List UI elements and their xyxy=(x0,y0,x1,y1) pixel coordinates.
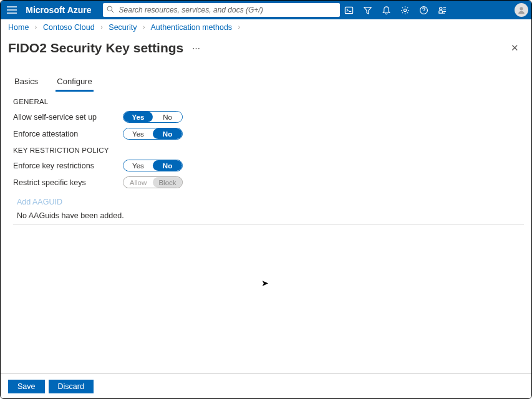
more-actions-icon[interactable]: ⋯ xyxy=(192,44,201,53)
title-bar: FIDO2 Security Key settings ⋯ ✕ xyxy=(1,37,531,58)
toggle-attestation-no[interactable]: No xyxy=(153,128,182,139)
toggle-enforcekeys-no[interactable]: No xyxy=(153,160,182,171)
no-aaguid-message: No AAGuids have been added. xyxy=(17,211,524,220)
breadcrumb-home[interactable]: Home xyxy=(8,23,29,32)
toggle-attestation-yes[interactable]: Yes xyxy=(123,128,153,139)
label-selfservice: Allow self-service set up xyxy=(13,113,123,122)
chevron-right-icon: › xyxy=(139,23,149,31)
search-input[interactable] xyxy=(118,5,336,15)
row-selfservice: Allow self-service set up Yes No xyxy=(13,109,524,125)
breadcrumb-security[interactable]: Security xyxy=(109,23,137,32)
cloud-shell-icon[interactable] xyxy=(340,1,359,19)
label-restrictkeys: Restrict specific keys xyxy=(13,178,123,187)
svg-point-6 xyxy=(520,7,523,10)
section-restriction: KEY RESTRICTION POLICY xyxy=(13,147,524,154)
toggle-selfservice[interactable]: Yes No xyxy=(123,111,183,123)
page-title: FIDO2 Security Key settings xyxy=(8,41,183,55)
label-enforcekeys: Enforce key restrictions xyxy=(13,161,123,170)
tabs: Basics Configure xyxy=(13,74,524,92)
help-icon[interactable] xyxy=(415,1,433,19)
directory-filter-icon[interactable] xyxy=(359,1,377,19)
row-restrictkeys: Restrict specific keys Allow Block xyxy=(13,175,524,190)
toggle-enforcekeys-yes[interactable]: Yes xyxy=(123,160,153,171)
toggle-restrictkeys-allow: Allow xyxy=(123,177,153,188)
svg-point-0 xyxy=(107,6,112,11)
settings-icon[interactable] xyxy=(396,1,415,19)
toggle-selfservice-no[interactable]: No xyxy=(153,112,182,122)
tab-basics[interactable]: Basics xyxy=(13,74,39,92)
svg-rect-2 xyxy=(345,7,352,13)
toggle-enforcekeys[interactable]: Yes No xyxy=(123,160,183,171)
account-area[interactable] xyxy=(452,1,531,19)
svg-point-5 xyxy=(440,7,442,9)
svg-line-1 xyxy=(111,10,113,12)
row-attestation: Enforce attestation Yes No xyxy=(13,126,524,142)
save-button[interactable]: Save xyxy=(8,380,45,393)
feedback-icon[interactable] xyxy=(433,1,452,19)
search-box[interactable] xyxy=(103,3,340,17)
divider xyxy=(13,224,524,224)
toggle-attestation[interactable]: Yes No xyxy=(123,128,183,140)
avatar xyxy=(515,3,528,17)
content-area: Basics Configure GENERAL Allow self-serv… xyxy=(1,58,531,224)
close-icon[interactable]: ✕ xyxy=(506,40,524,56)
breadcrumb: Home › Contoso Cloud › Security › Authen… xyxy=(1,19,531,37)
hamburger-menu[interactable] xyxy=(1,1,23,19)
notifications-icon[interactable] xyxy=(377,1,396,19)
svg-point-3 xyxy=(404,9,407,11)
toggle-selfservice-yes[interactable]: Yes xyxy=(123,112,153,122)
label-attestation: Enforce attestation xyxy=(13,130,123,138)
search-icon xyxy=(107,6,118,15)
toggle-restrictkeys: Allow Block xyxy=(123,176,183,188)
top-bar: Microsoft Azure xyxy=(1,1,531,19)
top-icons xyxy=(340,1,452,19)
breadcrumb-authmethods[interactable]: Authentication methods xyxy=(150,23,232,32)
chevron-right-icon: › xyxy=(31,23,41,31)
chevron-right-icon: › xyxy=(235,23,244,31)
tab-configure[interactable]: Configure xyxy=(56,74,93,92)
breadcrumb-contoso[interactable]: Contoso Cloud xyxy=(43,23,95,32)
toggle-restrictkeys-block: Block xyxy=(153,177,182,188)
discard-button[interactable]: Discard xyxy=(49,380,94,393)
footer-bar: Save Discard xyxy=(1,373,531,398)
add-aaguid-link: Add AAGUID xyxy=(17,198,62,206)
brand-label[interactable]: Microsoft Azure xyxy=(23,5,96,15)
chevron-right-icon: › xyxy=(97,23,107,31)
row-enforcekeys: Enforce key restrictions Yes No xyxy=(13,158,524,173)
section-general: GENERAL xyxy=(13,98,524,105)
cursor-icon: ➤ xyxy=(261,278,269,288)
